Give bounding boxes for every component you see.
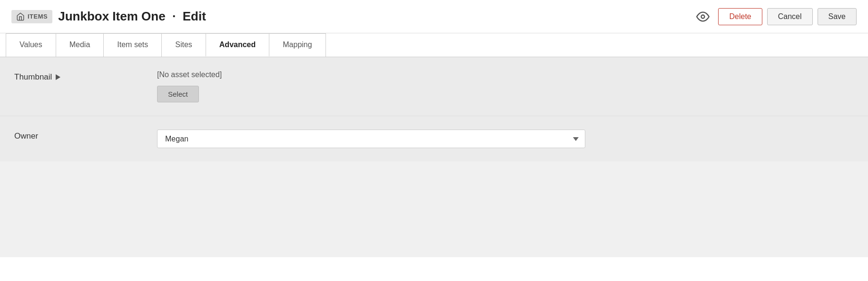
thumbnail-section: Thumbnail [No asset selected] Select [0, 57, 868, 116]
tab-bar: Values Media Item sets Sites Advanced Ma… [0, 33, 868, 57]
select-button[interactable]: Select [157, 86, 199, 102]
save-button[interactable]: Save [818, 8, 857, 25]
tab-advanced[interactable]: Advanced [206, 33, 269, 57]
tab-media[interactable]: Media [56, 33, 104, 57]
header-actions: Delete Cancel Save [696, 8, 857, 25]
thumbnail-content: [No asset selected] Select [157, 70, 854, 102]
cancel-button[interactable]: Cancel [767, 8, 813, 25]
main-content: Thumbnail [No asset selected] Select Own… [0, 57, 868, 257]
owner-content: Megan Admin Editor [157, 130, 854, 148]
preview-icon[interactable] [696, 10, 710, 23]
owner-label: Owner [14, 130, 157, 141]
tab-sites[interactable]: Sites [161, 33, 206, 57]
header-left: ITEMS Junkbox Item One · Edit [11, 9, 696, 24]
expand-icon[interactable] [56, 74, 60, 80]
thumbnail-label: Thumbnail [14, 70, 157, 82]
items-badge: ITEMS [11, 10, 52, 23]
no-asset-text: [No asset selected] [157, 70, 854, 79]
page-header: ITEMS Junkbox Item One · Edit Delete Can… [0, 0, 868, 33]
tab-item-sets[interactable]: Item sets [103, 33, 162, 57]
owner-select[interactable]: Megan Admin Editor [157, 130, 585, 148]
tab-mapping[interactable]: Mapping [269, 33, 326, 57]
page-title: Junkbox Item One · Edit [58, 9, 206, 24]
svg-point-0 [701, 15, 705, 18]
delete-button[interactable]: Delete [718, 8, 762, 25]
tab-values[interactable]: Values [6, 33, 56, 57]
owner-select-wrapper: Megan Admin Editor [157, 130, 585, 148]
items-badge-label: ITEMS [28, 13, 48, 20]
items-icon [16, 12, 25, 21]
owner-section: Owner Megan Admin Editor [0, 116, 868, 161]
